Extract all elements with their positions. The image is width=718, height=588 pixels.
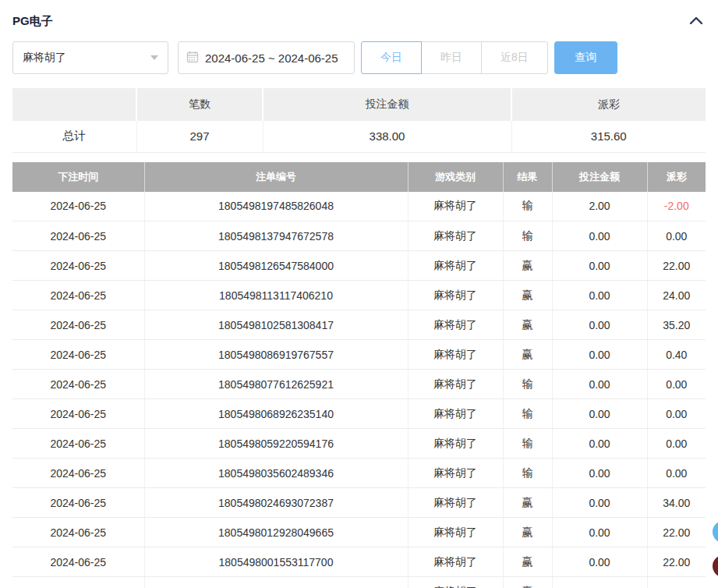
bet-no-cell: 1805497991343482880 xyxy=(144,577,408,588)
bet-no-cell: 1805498035602489346 xyxy=(144,459,408,488)
date-range-value: 2024-06-25 ~ 2024-06-25 xyxy=(205,51,338,65)
floating-widget-red[interactable] xyxy=(713,555,718,577)
result-cell: 赢 xyxy=(503,547,552,577)
result-cell: 输 xyxy=(503,370,552,399)
date-range-input[interactable]: 2024-06-25 ~ 2024-06-25 xyxy=(178,41,355,74)
col-payout: 派彩 xyxy=(647,162,706,192)
summary-total-bet-amount: 338.00 xyxy=(263,121,511,152)
result-cell: 输 xyxy=(503,192,552,221)
game-type-cell: 麻将胡了 xyxy=(408,221,503,251)
bet-time-cell: 2024-06-25 xyxy=(12,251,144,281)
bet-time-cell: 2024-06-25 xyxy=(12,518,144,547)
payout-cell: -2.00 xyxy=(647,192,706,221)
result-cell: 赢 xyxy=(503,488,552,518)
game-type-cell: 麻将胡了 xyxy=(408,370,503,399)
page-title: PG电子 xyxy=(12,14,53,29)
summary-total-count: 297 xyxy=(136,121,263,152)
col-bet-time: 下注时间 xyxy=(12,162,144,192)
bet-time-cell: 2024-06-25 xyxy=(12,459,144,488)
result-cell: 输 xyxy=(503,459,552,488)
payout-cell: 35.20 xyxy=(647,310,706,340)
result-cell: 赢 xyxy=(503,281,552,310)
game-type-cell: 麻将胡了 xyxy=(408,310,503,340)
bet-no-cell: 1805498068926235140 xyxy=(144,399,408,429)
bet-amount-cell: 0.00 xyxy=(552,518,647,547)
table-row: 2024-06-251805498086919767557麻将胡了赢0.000.… xyxy=(12,340,706,370)
game-select[interactable]: 麻将胡了 xyxy=(12,41,168,74)
bet-time-cell: 2024-06-25 xyxy=(12,577,144,588)
game-type-cell: 麻将胡了 xyxy=(408,429,503,459)
bet-time-cell: 2024-06-25 xyxy=(12,310,144,340)
bet-amount-cell: 0.00 xyxy=(552,547,647,577)
game-select-value: 麻将胡了 xyxy=(23,51,66,65)
bet-time-cell: 2024-06-25 xyxy=(12,370,144,399)
table-row: 2024-06-251805497991343482880麻将胡了赢0.0022… xyxy=(12,577,706,588)
last-8-days-button[interactable]: 近8日 xyxy=(481,41,548,74)
result-cell: 输 xyxy=(503,221,552,251)
bet-amount-cell: 0.00 xyxy=(552,429,647,459)
col-game-type: 游戏类别 xyxy=(408,162,503,192)
bet-amount-cell: 0.00 xyxy=(552,488,647,518)
game-type-cell: 麻将胡了 xyxy=(408,547,503,577)
payout-cell: 22.00 xyxy=(647,577,706,588)
game-type-cell: 麻将胡了 xyxy=(408,192,503,221)
table-row: 2024-06-251805498035602489346麻将胡了输0.000.… xyxy=(12,459,706,488)
bet-no-cell: 1805498001553117700 xyxy=(144,547,408,577)
table-row: 2024-06-251805498024693072387麻将胡了赢0.0034… xyxy=(12,488,706,518)
game-type-cell: 麻将胡了 xyxy=(408,251,503,281)
search-button[interactable]: 查询 xyxy=(554,41,617,74)
bet-no-cell: 1805498012928049665 xyxy=(144,518,408,547)
table-row: 2024-06-251805498001553117700麻将胡了赢0.0022… xyxy=(12,547,706,577)
payout-cell: 34.00 xyxy=(647,488,706,518)
game-type-cell: 麻将胡了 xyxy=(408,399,503,429)
game-type-cell: 麻将胡了 xyxy=(408,488,503,518)
bet-no-cell: 1805498137947672578 xyxy=(144,221,408,251)
table-row: 2024-06-251805498137947672578麻将胡了输0.000.… xyxy=(12,221,706,251)
bet-time-cell: 2024-06-25 xyxy=(12,547,144,577)
game-type-cell: 麻将胡了 xyxy=(408,340,503,370)
payout-cell: 0.40 xyxy=(647,340,706,370)
result-cell: 赢 xyxy=(503,310,552,340)
table-row: 2024-06-251805498068926235140麻将胡了输0.000.… xyxy=(12,399,706,429)
yesterday-button[interactable]: 昨日 xyxy=(421,41,482,74)
bet-no-cell: 1805498197485826048 xyxy=(144,192,408,221)
bet-no-cell: 1805498086919767557 xyxy=(144,340,408,370)
summary-total-label: 总计 xyxy=(12,121,136,152)
bet-time-cell: 2024-06-25 xyxy=(12,429,144,459)
game-type-cell: 麻将胡了 xyxy=(408,459,503,488)
summary-col-payout: 派彩 xyxy=(511,88,706,121)
summary-col-empty xyxy=(12,88,136,121)
result-cell: 赢 xyxy=(503,577,552,588)
bet-amount-cell: 0.00 xyxy=(552,221,647,251)
collapse-button[interactable] xyxy=(687,12,706,30)
summary-col-count: 笔数 xyxy=(136,88,263,121)
bet-no-cell: 1805498126547584000 xyxy=(144,251,408,281)
payout-cell: 0.00 xyxy=(647,221,706,251)
summary-col-bet-amount: 投注金额 xyxy=(263,88,511,121)
col-bet-no: 注单编号 xyxy=(144,162,408,192)
result-cell: 赢 xyxy=(503,518,552,547)
payout-cell: 0.00 xyxy=(647,429,706,459)
result-cell: 赢 xyxy=(503,251,552,281)
game-type-cell: 麻将胡了 xyxy=(408,281,503,310)
bet-time-cell: 2024-06-25 xyxy=(12,399,144,429)
payout-cell: 24.00 xyxy=(647,281,706,310)
payout-cell: 22.00 xyxy=(647,251,706,281)
pg-panel: PG电子 麻将胡了 2024-06-25 ~ 2024-06-25 今日 昨日 … xyxy=(0,0,718,588)
table-row: 2024-06-251805498113117406210麻将胡了赢0.0024… xyxy=(12,281,706,310)
payout-cell: 22.00 xyxy=(647,547,706,577)
col-result: 结果 xyxy=(503,162,552,192)
floating-widget-blue[interactable] xyxy=(713,521,718,543)
summary-header-row: 笔数 投注金额 派彩 xyxy=(12,88,706,121)
result-cell: 赢 xyxy=(503,340,552,370)
today-button[interactable]: 今日 xyxy=(361,41,422,74)
result-cell: 输 xyxy=(503,429,552,459)
bet-amount-cell: 0.00 xyxy=(552,310,647,340)
bet-no-cell: 1805498077612625921 xyxy=(144,370,408,399)
table-row: 2024-06-251805498197485826048麻将胡了输2.00-2… xyxy=(12,192,706,221)
bet-records-table: 下注时间 注单编号 游戏类别 结果 投注金额 派彩 2024-06-251805… xyxy=(12,162,706,588)
col-bet-amount: 投注金额 xyxy=(552,162,647,192)
table-row: 2024-06-251805498059220594176麻将胡了输0.000.… xyxy=(12,429,706,459)
bet-no-cell: 1805498102581308417 xyxy=(144,310,408,340)
bet-amount-cell: 0.00 xyxy=(552,281,647,310)
